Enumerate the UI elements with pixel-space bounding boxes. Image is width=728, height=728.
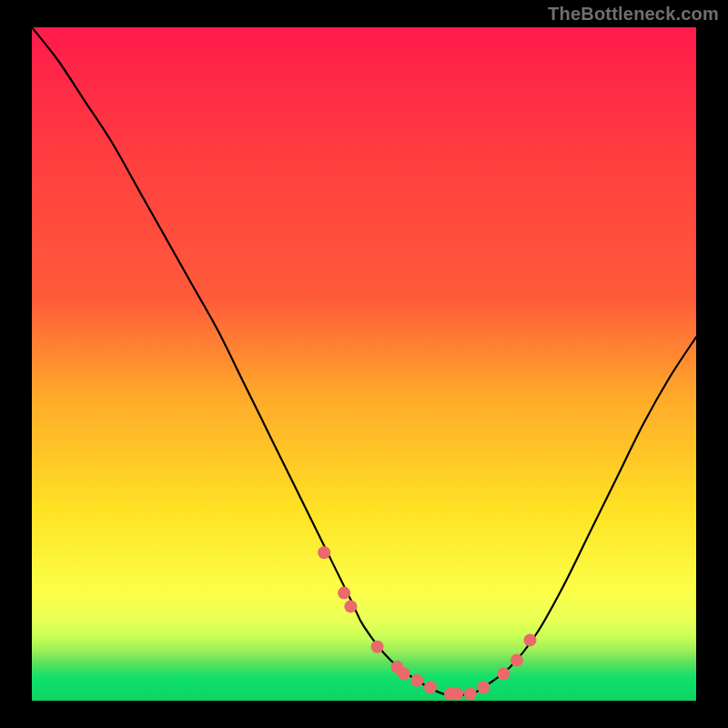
marker-point	[410, 674, 423, 687]
marker-point	[338, 587, 350, 600]
marker-point	[424, 681, 437, 693]
marker-point	[371, 641, 384, 653]
marker-point	[318, 546, 330, 559]
marker-point	[398, 667, 410, 680]
marker-point	[524, 633, 537, 646]
gradient-background	[32, 27, 696, 701]
marker-point	[344, 600, 357, 612]
marker-point	[511, 654, 523, 667]
marker-point	[477, 681, 490, 693]
marker-point	[450, 688, 463, 701]
marker-point	[464, 688, 477, 701]
chart-frame: TheBottleneck.com	[0, 0, 728, 728]
marker-point	[497, 667, 510, 680]
bottleneck-chart	[0, 0, 728, 728]
